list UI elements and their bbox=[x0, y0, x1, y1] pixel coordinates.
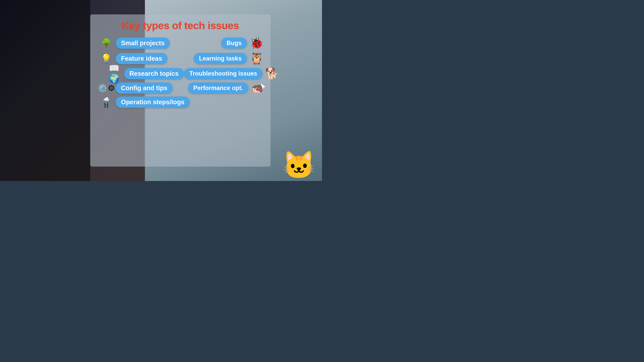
list-item: 📖🌍 Research topics bbox=[109, 67, 184, 80]
cloud-server-icon: ☁️ 🗄️ bbox=[100, 96, 112, 108]
slide-title: Key types of tech issues bbox=[122, 19, 239, 31]
bugs-label: Bugs bbox=[221, 37, 247, 49]
troubleshooting-label: Troubleshooting issues bbox=[184, 68, 262, 79]
items-list: 🌳 Small projects Bugs 🐞 💡 Feature ideas … bbox=[97, 36, 264, 108]
rabbit-icon: 🦔 bbox=[251, 82, 264, 94]
feature-ideas-label: Feature ideas bbox=[116, 53, 168, 64]
performance-label: Performance opt. bbox=[188, 82, 248, 93]
cat-mascot: 🐱 bbox=[282, 149, 316, 181]
list-item: ☁️ 🗄️ Operation steps/logs bbox=[100, 96, 190, 108]
small-projects-label: Small projects bbox=[116, 37, 170, 49]
dog-icon: 🐕 bbox=[265, 67, 278, 80]
lightbulb-icon: 💡 bbox=[100, 52, 112, 64]
dark-room-overlay bbox=[0, 0, 90, 181]
config-tips-label: Config and tips bbox=[116, 82, 173, 94]
list-item: 💡 Feature ideas bbox=[100, 52, 168, 64]
bug-icon: 🐞 bbox=[250, 36, 264, 50]
learning-tasks-label: Learning tasks bbox=[194, 53, 247, 64]
research-topics-label: Research topics bbox=[124, 68, 184, 79]
globe-book-icon: 📖🌍 bbox=[109, 67, 121, 80]
list-item: ⚙️⚙ Config and tips bbox=[100, 82, 173, 94]
gear-icon: ⚙️⚙ bbox=[100, 82, 112, 94]
main-content-area: Key types of tech issues 🌳 Small project… bbox=[90, 14, 270, 166]
operation-logs-label: Operation steps/logs bbox=[116, 96, 190, 108]
bonsai-icon: 🌳 bbox=[100, 37, 112, 49]
list-item: 🌳 Small projects bbox=[100, 37, 170, 49]
owl-icon: 🦉 bbox=[250, 52, 264, 65]
